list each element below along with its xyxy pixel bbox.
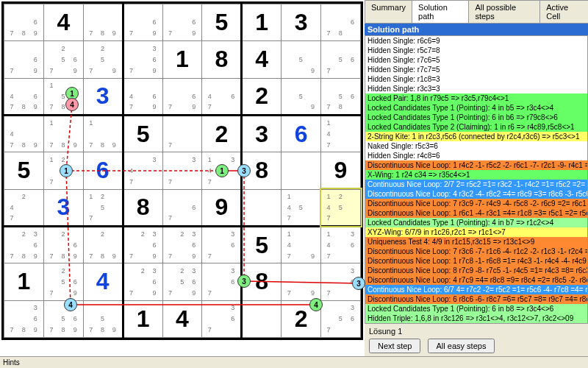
cell-r3c3[interactable]: 3 xyxy=(83,78,123,115)
cell-r2c8[interactable]: 59 xyxy=(282,41,321,78)
cell-r8c4[interactable]: 23679 xyxy=(123,263,162,300)
cell-r7c7[interactable]: 5 xyxy=(242,226,282,263)
all-easy-steps-button[interactable]: All easy steps xyxy=(428,339,495,353)
cell-r1c5[interactable]: 679 xyxy=(162,4,202,41)
cell-r5c9[interactable]: 9 xyxy=(321,152,361,189)
solution-step[interactable]: Continuous Nice Loop: 2/7 2= r5c2 =1= r3… xyxy=(365,180,587,189)
solution-step[interactable]: Hidden Single: r1c8=3 xyxy=(365,74,587,84)
cell-r1c9[interactable]: 678 xyxy=(321,4,361,41)
solution-step[interactable]: Hidden Single: r7c7=5 xyxy=(365,65,587,74)
solution-step[interactable]: Uniqueness Test 4: 4/9 in r1c15,r3c15 =>… xyxy=(365,237,587,247)
solution-step[interactable]: X-Wing: 1 r24 c34 => r35c4<>1 xyxy=(365,170,587,180)
cell-r1c3[interactable]: 789 xyxy=(83,4,123,41)
cell-r6c9[interactable]: 12457 xyxy=(321,189,361,226)
solution-step[interactable]: Hidden Single: r4c8=6 xyxy=(365,151,587,160)
cell-r9c1[interactable]: 36789 xyxy=(4,300,44,337)
cell-r3c5[interactable]: 679 xyxy=(162,78,202,115)
cell-r7c9[interactable]: 13467 xyxy=(321,226,361,263)
cell-r5c3[interactable]: 6 xyxy=(83,152,123,189)
solution-step[interactable]: Discontinuous Nice Loop: 8 r7c9 -8- r7c5… xyxy=(365,266,587,275)
cell-r3c8[interactable]: 59 xyxy=(282,78,321,115)
solution-step[interactable]: Continuous Nice Loop: 6/7 4= r7c2 -2= r5… xyxy=(365,285,587,294)
solution-step[interactable]: Discontinuous Nice Loop: 6 r8c6 -6- r8c7… xyxy=(365,294,587,304)
cell-r1c2[interactable]: 4 xyxy=(43,4,83,41)
solution-step[interactable]: Locked Candidates Type 2 (Claiming): 1 i… xyxy=(365,122,587,132)
cell-r5c8[interactable] xyxy=(282,152,321,189)
cell-r4c1[interactable]: 4789 xyxy=(4,115,44,152)
cell-r8c1[interactable]: 1 xyxy=(4,263,44,300)
cell-r9c6[interactable]: 367 xyxy=(202,300,242,337)
cell-r4c4[interactable]: 5 xyxy=(123,115,162,152)
cell-r9c7[interactable] xyxy=(242,300,282,337)
cell-r4c7[interactable]: 3 xyxy=(242,115,282,152)
cell-r4c9[interactable]: 147 xyxy=(321,115,361,152)
solution-step[interactable]: XYZ-Wing: 6/7/9 in r1c26,r2c1 => r1c1<>7 xyxy=(365,227,587,237)
cell-r6c4[interactable]: 8 xyxy=(123,189,162,226)
cell-r8c6[interactable]: 367 xyxy=(202,263,242,300)
cell-r3c4[interactable]: 4679 xyxy=(123,78,162,115)
cell-r7c2[interactable]: 26789 xyxy=(43,226,83,263)
cell-r2c6[interactable]: 8 xyxy=(202,41,242,78)
cell-r9c5[interactable]: 4 xyxy=(162,300,202,337)
next-step-button[interactable]: Next step xyxy=(369,339,420,353)
solution-step[interactable]: Hidden Single: r6c6=9 xyxy=(365,36,587,46)
cell-r7c3[interactable]: 2789 xyxy=(83,226,123,263)
tab-all-steps[interactable]: All possible steps xyxy=(468,0,540,23)
cell-r8c3[interactable]: 4 xyxy=(83,263,123,300)
cell-r4c3[interactable]: 1789 xyxy=(83,115,123,152)
cell-r5c1[interactable]: 5 xyxy=(4,152,44,189)
cell-r3c7[interactable]: 2 xyxy=(242,78,282,115)
cell-r5c5[interactable]: 37 xyxy=(162,152,202,189)
cell-r6c2[interactable]: 3 xyxy=(43,189,83,226)
solution-step[interactable]: Discontinuous Nice Loop: 7 r3c9 -7- r4c9… xyxy=(365,199,587,208)
solution-step[interactable]: Locked Candidates Type 1 (Pointing): 4 i… xyxy=(365,103,587,113)
sudoku-board[interactable]: 6789478967967951367867925679257936791845… xyxy=(0,0,365,356)
cell-r2c5[interactable]: 1 xyxy=(162,41,202,78)
solution-step[interactable]: Discontinuous Nice Loop: 7 r3c6 -7- r1c6… xyxy=(365,247,587,256)
cell-r1c4[interactable]: 679 xyxy=(123,4,162,41)
cell-r1c7[interactable]: 1 xyxy=(242,4,282,41)
cell-r8c8[interactable]: 79 xyxy=(282,263,321,300)
cell-r6c1[interactable]: 247 xyxy=(4,189,44,226)
solution-step[interactable]: Discontinuous Nice Loop: 1 r6c1 -4- r3c1… xyxy=(365,208,587,218)
solution-step[interactable]: 2-String Kite: 1 in r2c3,r5c6 (connected… xyxy=(365,132,587,141)
cell-r8c2[interactable]: 25679 xyxy=(43,263,83,300)
cell-r1c1[interactable]: 6789 xyxy=(4,4,44,41)
cell-r3c9[interactable]: 5678 xyxy=(321,78,361,115)
solution-step[interactable]: Discontinuous Nice Loop: 1 r4c2 -1- r5c2… xyxy=(365,160,587,170)
solution-step[interactable]: Hidden Single: r3c3=3 xyxy=(365,84,587,93)
solution-step[interactable]: Locked Pair: 1,8 in r79c5 => r3c5,r79c4<… xyxy=(365,93,587,103)
solution-step[interactable]: Hidden Triple: 1,6,8 in r3c126 => r3c1<>… xyxy=(365,314,587,323)
tab-solution-path[interactable]: Solution path xyxy=(412,0,469,23)
cell-r2c2[interactable]: 25679 xyxy=(43,41,83,78)
cell-r2c1[interactable]: 679 xyxy=(4,41,44,78)
cell-r7c1[interactable]: 236789 xyxy=(4,226,44,263)
cell-r6c7[interactable] xyxy=(242,189,282,226)
cell-r2c9[interactable]: 567 xyxy=(321,41,361,78)
cell-r4c6[interactable]: 2 xyxy=(202,115,242,152)
solution-step[interactable]: Locked Candidates Type 1 (Pointing): 6 i… xyxy=(365,113,587,122)
cell-r4c8[interactable]: 6 xyxy=(282,115,321,152)
cell-r2c7[interactable]: 4 xyxy=(242,41,282,78)
cell-r9c3[interactable]: 5789 xyxy=(83,300,123,337)
cell-r9c9[interactable]: 3567 xyxy=(321,300,361,337)
cell-r1c8[interactable]: 3 xyxy=(282,4,321,41)
cell-r6c3[interactable]: 1257 xyxy=(83,189,123,226)
cell-r2c4[interactable]: 3679 xyxy=(123,41,162,78)
cell-r5c4[interactable]: 347 xyxy=(123,152,162,189)
tab-active-cell[interactable]: Active Cell xyxy=(539,0,588,23)
solution-step[interactable]: Discontinuous Nice Loop: 4 r3c2 -4- r8c2… xyxy=(365,189,587,199)
cell-r7c5[interactable]: 23679 xyxy=(162,226,202,263)
solution-step[interactable]: Discontinuous Nice Loop: 4 r7c9 =4= r8c8… xyxy=(365,275,587,285)
cell-r6c8[interactable]: 1457 xyxy=(282,189,321,226)
cell-r7c6[interactable]: 367 xyxy=(202,226,242,263)
cell-r9c4[interactable]: 1 xyxy=(123,300,162,337)
cell-r6c6[interactable]: 9 xyxy=(202,189,242,226)
cell-r2c3[interactable]: 2579 xyxy=(83,41,123,78)
solution-step[interactable]: Hidden Single: r7c6=5 xyxy=(365,55,587,65)
solution-step[interactable]: Naked Single: r5c3=6 xyxy=(365,141,587,151)
cell-r7c4[interactable]: 23679 xyxy=(123,226,162,263)
solution-step[interactable]: Discontinuous Nice Loop: 1 r7c8 -1- r6c8… xyxy=(365,256,587,266)
cell-r4c2[interactable]: 1789 xyxy=(43,115,83,152)
cell-r6c5[interactable]: 67 xyxy=(162,189,202,226)
